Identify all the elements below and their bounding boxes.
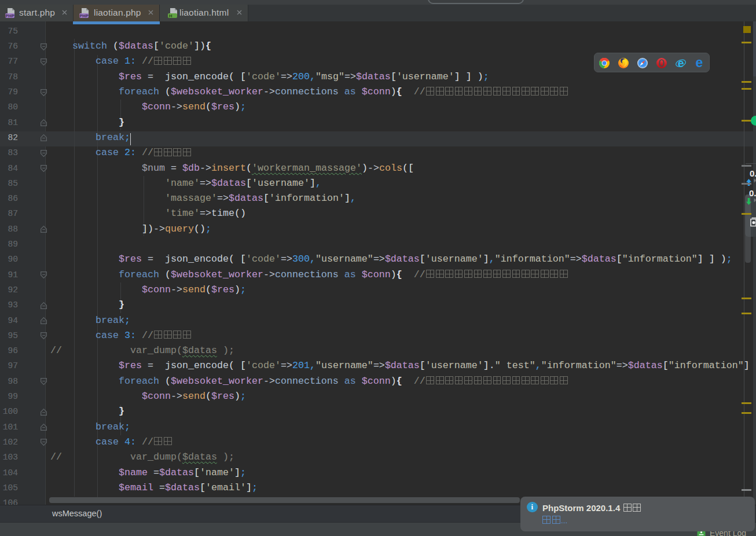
svg-text:PHP: PHP bbox=[79, 13, 88, 19]
svg-text:PHP: PHP bbox=[5, 13, 14, 19]
svg-text:H: H bbox=[169, 13, 173, 19]
svg-text:e: e bbox=[696, 58, 703, 68]
